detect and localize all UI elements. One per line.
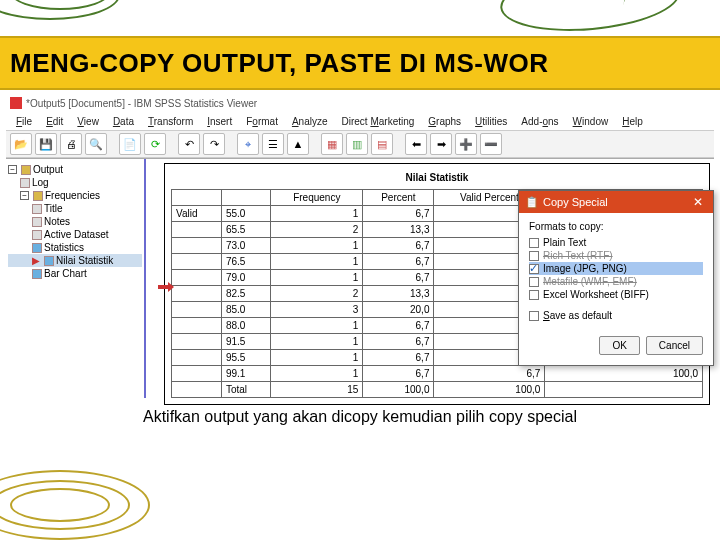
menu-edit[interactable]: Edit	[40, 114, 69, 129]
table-cell: 73.0	[221, 238, 270, 254]
table-cell: 2	[271, 286, 363, 302]
output-icon	[21, 165, 31, 175]
table-cell: 6,7	[363, 238, 434, 254]
table-cell	[172, 366, 222, 382]
menu-utilities[interactable]: Utilities	[469, 114, 513, 129]
table-cell: 79.0	[221, 270, 270, 286]
table-cell: 6,7	[363, 318, 434, 334]
menu-file[interactable]: File	[10, 114, 38, 129]
dataset-icon	[32, 230, 42, 240]
tb-promote-icon[interactable]: ⬅	[405, 133, 427, 155]
checkbox-icon[interactable]	[529, 290, 539, 300]
table-cell: 1	[271, 206, 363, 222]
ok-button[interactable]: OK	[599, 336, 639, 355]
outline-pane[interactable]: −Output Log −Frequencies Title Notes Act…	[6, 159, 146, 398]
table-cell: 20,0	[363, 302, 434, 318]
table-title: Nilai Statistik	[171, 170, 703, 189]
menu-graphs[interactable]: Graphs	[422, 114, 467, 129]
table-cell: 1	[271, 238, 363, 254]
table-cell: 6,7	[363, 334, 434, 350]
table-cell: 13,3	[363, 286, 434, 302]
tb-export-icon[interactable]: 📄	[119, 133, 141, 155]
menubar: File Edit View Data Transform Insert For…	[6, 112, 714, 130]
table-cell: 100,0	[363, 382, 434, 398]
menu-addons[interactable]: Add-ons	[515, 114, 564, 129]
app-icon	[10, 97, 22, 109]
format-image[interactable]: Image (JPG, PNG)	[529, 262, 703, 275]
tree-item[interactable]: Log	[32, 177, 49, 188]
table-cell: 1	[271, 334, 363, 350]
checkbox-icon[interactable]	[529, 311, 539, 321]
checkbox-icon[interactable]	[529, 277, 539, 287]
tb-print-icon[interactable]: 🖨	[60, 133, 82, 155]
checkbox-icon[interactable]	[529, 264, 539, 274]
table-cell: 100,0	[434, 382, 545, 398]
checkbox-icon[interactable]	[529, 238, 539, 248]
tb-delete-icon[interactable]: ➖	[480, 133, 502, 155]
tb-chart1-icon[interactable]: ▦	[321, 133, 343, 155]
log-icon	[20, 178, 30, 188]
tb-up-icon[interactable]: ▲	[287, 133, 309, 155]
menu-window[interactable]: Window	[567, 114, 615, 129]
table-cell: 6,7	[363, 270, 434, 286]
tree-toggle-icon[interactable]: −	[8, 165, 17, 174]
tb-goto-icon[interactable]: ⌖	[237, 133, 259, 155]
tb-select-icon[interactable]: ☰	[262, 133, 284, 155]
dialog-titlebar[interactable]: 📋Copy Special ✕	[519, 191, 713, 213]
tree-item[interactable]: Frequencies	[45, 190, 100, 201]
title-icon	[32, 204, 42, 214]
tb-undo-icon[interactable]: ↶	[178, 133, 200, 155]
th-blank	[172, 190, 222, 206]
save-as-default[interactable]: Save as default	[529, 309, 703, 322]
pointer-icon: ▶	[32, 255, 40, 266]
tree-item[interactable]: Statistics	[44, 242, 84, 253]
tb-save-icon[interactable]: 💾	[35, 133, 57, 155]
tb-chart2-icon[interactable]: ▥	[346, 133, 368, 155]
window-title: *Output5 [Document5] - IBM SPSS Statisti…	[26, 98, 257, 109]
tree-toggle-icon[interactable]: −	[20, 191, 29, 200]
table-cell: 95.5	[221, 350, 270, 366]
menu-format[interactable]: Format	[240, 114, 284, 129]
menu-direct-marketing[interactable]: Direct Marketing	[335, 114, 420, 129]
cancel-button[interactable]: Cancel	[646, 336, 703, 355]
format-rtf[interactable]: Rich Text (RTF)	[529, 249, 703, 262]
table-cell	[172, 286, 222, 302]
tb-recall-icon[interactable]: ⟳	[144, 133, 166, 155]
tb-redo-icon[interactable]: ↷	[203, 133, 225, 155]
close-icon[interactable]: ✕	[689, 195, 707, 209]
menu-data[interactable]: Data	[107, 114, 140, 129]
stats-icon	[32, 243, 42, 253]
tree-item[interactable]: Notes	[44, 216, 70, 227]
tb-demote-icon[interactable]: ➡	[430, 133, 452, 155]
tree-item[interactable]: Active Dataset	[44, 229, 108, 240]
format-plain-text[interactable]: Plain Text	[529, 236, 703, 249]
table-cell	[172, 222, 222, 238]
slide-caption: Aktifkan output yang akan dicopy kemudia…	[0, 408, 720, 426]
table-cell: 76.5	[221, 254, 270, 270]
tb-insert-icon[interactable]: ➕	[455, 133, 477, 155]
format-excel[interactable]: Excel Worksheet (BIFF)	[529, 288, 703, 301]
table-cell: 1	[271, 350, 363, 366]
tb-chart3-icon[interactable]: ▤	[371, 133, 393, 155]
table-cell: 1	[271, 270, 363, 286]
checkbox-icon[interactable]	[529, 251, 539, 261]
menu-view[interactable]: View	[71, 114, 105, 129]
formats-label: Formats to copy:	[529, 221, 703, 232]
tb-preview-icon[interactable]: 🔍	[85, 133, 107, 155]
decorative-ovals	[0, 470, 170, 540]
tree-root[interactable]: Output	[33, 164, 63, 175]
table-cell	[172, 254, 222, 270]
arrow-indicator-icon	[158, 282, 174, 292]
table-cell: Valid	[172, 206, 222, 222]
menu-analyze[interactable]: Analyze	[286, 114, 334, 129]
format-metafile[interactable]: Metafile (WMF, EMF)	[529, 275, 703, 288]
tree-item[interactable]: Title	[44, 203, 63, 214]
tb-open-icon[interactable]: 📂	[10, 133, 32, 155]
table-cell: 65.5	[221, 222, 270, 238]
menu-help[interactable]: Help	[616, 114, 649, 129]
menu-insert[interactable]: Insert	[201, 114, 238, 129]
tree-item-selected[interactable]: Nilai Statistik	[56, 255, 113, 266]
menu-transform[interactable]: Transform	[142, 114, 199, 129]
tree-item[interactable]: Bar Chart	[44, 268, 87, 279]
table-cell: 6,7	[363, 350, 434, 366]
